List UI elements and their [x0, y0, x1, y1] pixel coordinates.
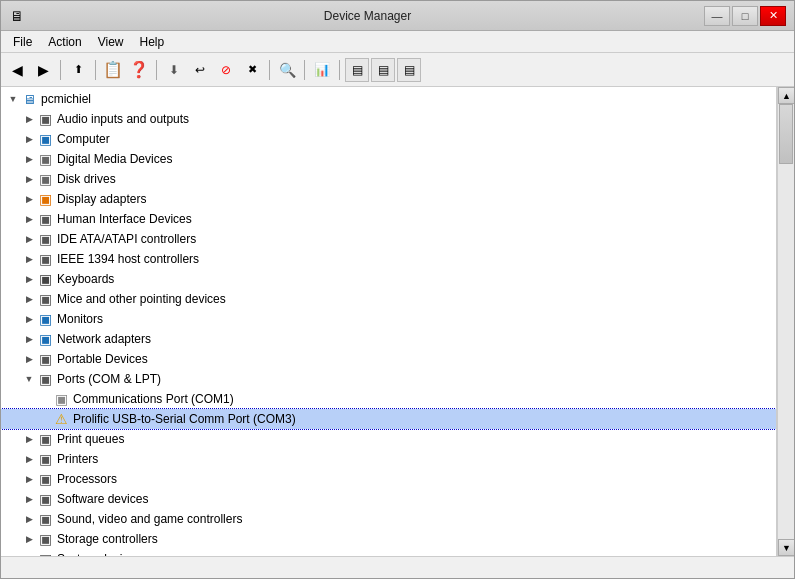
tree-expand-btn-printers[interactable]: ▶ — [21, 451, 37, 467]
close-button[interactable]: ✕ — [760, 6, 786, 26]
toolbar: ◀ ▶ ⬆ 📋 ❓ ⬇ ↩ ⊘ ✖ 🔍 📊 ▤ ▤ ▤ — [1, 53, 794, 87]
tree-item-keyboard[interactable]: ▶▣Keyboards — [1, 269, 776, 289]
tree-label-com3: Prolific USB-to-Serial Comm Port (COM3) — [73, 412, 296, 426]
tree-icon-ports: ▣ — [37, 371, 53, 387]
tree-icon-printers: ▣ — [37, 451, 53, 467]
toolbar-separator-4 — [269, 60, 270, 80]
tree-item-sound[interactable]: ▶▣Sound, video and game controllers — [1, 509, 776, 529]
tree-label-sound: Sound, video and game controllers — [57, 512, 242, 526]
tree-label-software: Software devices — [57, 492, 148, 506]
extra-button-1[interactable]: ▤ — [345, 58, 369, 82]
resource-button[interactable]: 📊 — [310, 58, 334, 82]
menu-help[interactable]: Help — [132, 33, 173, 51]
tree-item-portable[interactable]: ▶▣Portable Devices — [1, 349, 776, 369]
tree-item-software[interactable]: ▶▣Software devices — [1, 489, 776, 509]
maximize-button[interactable]: □ — [732, 6, 758, 26]
disable-button[interactable]: ⊘ — [214, 58, 238, 82]
tree-icon-disk: ▣ — [37, 171, 53, 187]
tree-icon-portable: ▣ — [37, 351, 53, 367]
menu-file[interactable]: File — [5, 33, 40, 51]
tree-item-hid[interactable]: ▶▣Human Interface Devices — [1, 209, 776, 229]
menu-view[interactable]: View — [90, 33, 132, 51]
tree-expand-btn-digital[interactable]: ▶ — [21, 151, 37, 167]
tree-expand-btn-display[interactable]: ▶ — [21, 191, 37, 207]
device-tree[interactable]: ▼ 🖥 pcmichiel ▶▣Audio inputs and outputs… — [1, 87, 777, 556]
minimize-button[interactable]: — — [704, 6, 730, 26]
extra-button-3[interactable]: ▤ — [397, 58, 421, 82]
tree-item-ieee[interactable]: ▶▣IEEE 1394 host controllers — [1, 249, 776, 269]
tree-expand-btn-software[interactable]: ▶ — [21, 491, 37, 507]
tree-item-storage[interactable]: ▶▣Storage controllers — [1, 529, 776, 549]
tree-expand-btn-disk[interactable]: ▶ — [21, 171, 37, 187]
tree-expand-btn-network[interactable]: ▶ — [21, 331, 37, 347]
tree-item-monitors[interactable]: ▶▣Monitors — [1, 309, 776, 329]
menu-action[interactable]: Action — [40, 33, 89, 51]
tree-icon-audio: ▣ — [37, 111, 53, 127]
update-driver-button[interactable]: ⬇ — [162, 58, 186, 82]
tree-item-printq[interactable]: ▶▣Print queues — [1, 429, 776, 449]
help-button[interactable]: ❓ — [127, 58, 151, 82]
scroll-up-button[interactable]: ▲ — [778, 87, 794, 104]
rollback-button[interactable]: ↩ — [188, 58, 212, 82]
tree-expand-btn-com3[interactable] — [37, 411, 53, 427]
tree-icon-com3: ⚠ — [53, 411, 69, 427]
tree-expand-btn-sound[interactable]: ▶ — [21, 511, 37, 527]
tree-expand-btn-ports[interactable]: ▼ — [21, 371, 37, 387]
tree-icon-network: ▣ — [37, 331, 53, 347]
scroll-track[interactable] — [778, 104, 794, 539]
tree-expand-btn-computer[interactable]: ▶ — [21, 131, 37, 147]
tree-icon-sound: ▣ — [37, 511, 53, 527]
tree-label-ide: IDE ATA/ATAPI controllers — [57, 232, 196, 246]
title-bar-buttons: — □ ✕ — [704, 6, 786, 26]
tree-expand-btn-hid[interactable]: ▶ — [21, 211, 37, 227]
tree-icon-software: ▣ — [37, 491, 53, 507]
tree-item-com3[interactable]: ⚠Prolific USB-to-Serial Comm Port (COM3) — [1, 409, 776, 429]
scan-button[interactable]: 🔍 — [275, 58, 299, 82]
tree-expand-btn-processors[interactable]: ▶ — [21, 471, 37, 487]
tree-item-audio[interactable]: ▶▣Audio inputs and outputs — [1, 109, 776, 129]
tree-expand-btn-monitors[interactable]: ▶ — [21, 311, 37, 327]
tree-item-mice[interactable]: ▶▣Mice and other pointing devices — [1, 289, 776, 309]
tree-icon-monitors: ▣ — [37, 311, 53, 327]
tree-item-display[interactable]: ▶▣Display adapters — [1, 189, 776, 209]
tree-label-storage: Storage controllers — [57, 532, 158, 546]
tree-expand-btn-ieee[interactable]: ▶ — [21, 251, 37, 267]
tree-icon-display: ▣ — [37, 191, 53, 207]
tree-expand-btn-keyboard[interactable]: ▶ — [21, 271, 37, 287]
tree-expand-btn-ide[interactable]: ▶ — [21, 231, 37, 247]
scroll-down-button[interactable]: ▼ — [778, 539, 794, 556]
tree-item-disk[interactable]: ▶▣Disk drives — [1, 169, 776, 189]
tree-item-com1[interactable]: ▣Communications Port (COM1) — [1, 389, 776, 409]
tree-icon-com1: ▣ — [53, 391, 69, 407]
scroll-thumb[interactable] — [779, 104, 793, 164]
tree-item-digital[interactable]: ▶▣Digital Media Devices — [1, 149, 776, 169]
tree-item-system[interactable]: ▶▣System devices — [1, 549, 776, 556]
properties-button[interactable]: 📋 — [101, 58, 125, 82]
tree-label-keyboard: Keyboards — [57, 272, 114, 286]
tree-label-monitors: Monitors — [57, 312, 103, 326]
tree-expand-btn-printq[interactable]: ▶ — [21, 431, 37, 447]
tree-item-processors[interactable]: ▶▣Processors — [1, 469, 776, 489]
forward-button[interactable]: ▶ — [31, 58, 55, 82]
tree-expand-btn-audio[interactable]: ▶ — [21, 111, 37, 127]
vertical-scrollbar[interactable]: ▲ ▼ — [777, 87, 794, 556]
tree-item-printers[interactable]: ▶▣Printers — [1, 449, 776, 469]
tree-item-computer[interactable]: ▶▣Computer — [1, 129, 776, 149]
tree-label-computer: Computer — [57, 132, 110, 146]
tree-expand-btn-storage[interactable]: ▶ — [21, 531, 37, 547]
root-expand-icon[interactable]: ▼ — [5, 91, 21, 107]
up-button[interactable]: ⬆ — [66, 58, 90, 82]
tree-expand-btn-mice[interactable]: ▶ — [21, 291, 37, 307]
tree-icon-hid: ▣ — [37, 211, 53, 227]
extra-button-2[interactable]: ▤ — [371, 58, 395, 82]
uninstall-button[interactable]: ✖ — [240, 58, 264, 82]
tree-root-item[interactable]: ▼ 🖥 pcmichiel — [1, 89, 776, 109]
tree-item-ports[interactable]: ▼▣Ports (COM & LPT) — [1, 369, 776, 389]
tree-item-network[interactable]: ▶▣Network adapters — [1, 329, 776, 349]
tree-expand-btn-portable[interactable]: ▶ — [21, 351, 37, 367]
tree-icon-ieee: ▣ — [37, 251, 53, 267]
tree-expand-btn-com1[interactable] — [37, 391, 53, 407]
back-button[interactable]: ◀ — [5, 58, 29, 82]
tree-item-ide[interactable]: ▶▣IDE ATA/ATAPI controllers — [1, 229, 776, 249]
tree-label-printq: Print queues — [57, 432, 124, 446]
